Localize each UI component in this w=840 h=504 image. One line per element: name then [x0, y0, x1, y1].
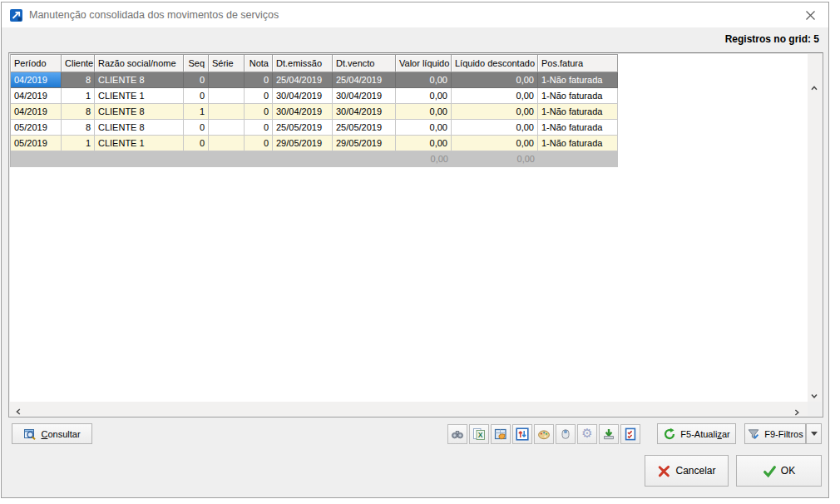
grid-cell[interactable]: CLIENTE 1: [95, 136, 184, 151]
grid-cell[interactable]: 25/04/2019: [333, 72, 396, 88]
binoculars-button[interactable]: [447, 424, 467, 444]
column-header[interactable]: Seq: [184, 54, 209, 72]
grid-cell[interactable]: 0: [184, 120, 209, 136]
grid-cell[interactable]: 0: [245, 88, 273, 104]
palette-button[interactable]: [534, 424, 554, 444]
grid-cell[interactable]: 0,00: [396, 72, 452, 88]
title-bar: Manutenção consolidada dos movimentos de…: [2, 2, 828, 27]
grid-cell[interactable]: 0,00: [452, 88, 538, 104]
grid-cell[interactable]: 25/04/2019: [273, 72, 333, 88]
column-header[interactable]: Cliente: [62, 54, 95, 72]
scroll-up-icon[interactable]: [810, 81, 818, 89]
refresh-icon: [663, 427, 676, 441]
vertical-scrollbar[interactable]: [808, 54, 822, 402]
scroll-right-icon[interactable]: [793, 405, 801, 413]
grid-cell[interactable]: 25/05/2019: [333, 120, 396, 136]
grid-cell[interactable]: 1-Não faturada: [538, 72, 618, 88]
grid-cell[interactable]: 05/2019: [11, 136, 62, 151]
grid-cell[interactable]: 29/05/2019: [273, 136, 333, 151]
horizontal-scrollbar[interactable]: [10, 402, 808, 416]
scroll-left-icon[interactable]: [14, 404, 22, 413]
grid-cell[interactable]: 8: [62, 120, 95, 136]
sort-arrows-button[interactable]: [512, 424, 532, 444]
grid-cell[interactable]: CLIENTE 8: [95, 72, 184, 88]
mouse-button[interactable]: [556, 424, 576, 444]
column-header[interactable]: Período: [11, 54, 62, 72]
grid-cell[interactable]: 8: [62, 72, 95, 88]
app-icon: [10, 9, 22, 22]
table-row[interactable]: 04/20198CLIENTE 81030/04/201930/04/20190…: [11, 104, 618, 120]
grid-cell[interactable]: 1-Não faturada: [538, 88, 618, 104]
f9-filtros-button[interactable]: F9-Filtros: [744, 423, 806, 444]
grid-cell[interactable]: 1: [184, 104, 209, 120]
table-row[interactable]: 05/20198CLIENTE 80025/05/201925/05/20190…: [11, 120, 618, 136]
settings-button[interactable]: ⚙: [577, 424, 597, 444]
grid-cell[interactable]: 29/05/2019: [333, 136, 396, 151]
grid-cell[interactable]: 0,00: [452, 72, 538, 88]
grid-cell[interactable]: CLIENTE 1: [95, 88, 184, 104]
grid-cell[interactable]: 05/2019: [11, 120, 62, 136]
grid-cell[interactable]: 0: [184, 88, 209, 104]
focused-cell[interactable]: 04/2019: [11, 72, 62, 88]
excel-export-button[interactable]: X: [469, 424, 489, 444]
close-icon: [805, 10, 816, 21]
grid-cell[interactable]: 30/04/2019: [333, 88, 396, 104]
summary-cell: [95, 151, 184, 167]
column-header[interactable]: Líquido descontado: [452, 54, 538, 72]
grid-cell[interactable]: 25/05/2019: [273, 120, 333, 136]
grid-cell[interactable]: CLIENTE 8: [95, 104, 184, 120]
table-row[interactable]: 04/20198CLIENTE 80025/04/201925/04/20190…: [11, 72, 618, 88]
consultar-button[interactable]: Consultar: [12, 423, 92, 444]
grid-cell[interactable]: 0,00: [396, 88, 452, 104]
grid-cell[interactable]: CLIENTE 8: [95, 120, 184, 136]
grid-cell[interactable]: 0: [184, 136, 209, 151]
grid-cell[interactable]: 0: [245, 104, 273, 120]
grid-cell[interactable]: 0,00: [396, 136, 452, 151]
grid-cell[interactable]: 0,00: [452, 136, 538, 151]
column-header[interactable]: Valor líquido: [396, 54, 452, 72]
grid-cell[interactable]: [209, 72, 245, 88]
ok-button[interactable]: OK: [736, 455, 822, 487]
grid-cell[interactable]: 1-Não faturada: [538, 136, 618, 151]
grid-cell[interactable]: 8: [62, 104, 95, 120]
grid-cell[interactable]: 0,00: [396, 104, 452, 120]
grid-cell[interactable]: 0,00: [452, 120, 538, 136]
table-row[interactable]: 04/20191CLIENTE 10030/04/201930/04/20190…: [11, 88, 618, 104]
column-header[interactable]: Dt.emissão: [273, 54, 333, 72]
grid-cell[interactable]: 30/04/2019: [333, 104, 396, 120]
column-header[interactable]: Nota: [245, 54, 273, 72]
grid-cell[interactable]: [209, 136, 245, 151]
column-header[interactable]: Dt.vencto: [333, 54, 396, 72]
grid-cell[interactable]: 0: [184, 72, 209, 88]
download-button[interactable]: [599, 424, 619, 444]
grid-cell[interactable]: 04/2019: [11, 88, 62, 104]
grid-cell[interactable]: 1: [62, 136, 95, 151]
grid-cell[interactable]: 0,00: [452, 104, 538, 120]
scroll-down-icon[interactable]: [810, 388, 818, 397]
grid-cell[interactable]: 1: [62, 88, 95, 104]
grid-cell[interactable]: 0,00: [396, 120, 452, 136]
table-row[interactable]: 05/20191CLIENTE 10029/05/201929/05/20190…: [11, 136, 618, 151]
grid-cell[interactable]: 1-Não faturada: [538, 104, 618, 120]
column-header[interactable]: Série: [209, 54, 245, 72]
grid-cell[interactable]: 1-Não faturada: [538, 120, 618, 136]
summary-cell: [11, 151, 62, 167]
column-header[interactable]: Razão social/nome: [95, 54, 184, 72]
grid-cell[interactable]: [209, 120, 245, 136]
grid-cell[interactable]: 0: [245, 136, 273, 151]
grid-cell[interactable]: 30/04/2019: [273, 104, 333, 120]
f5-atualizar-button[interactable]: F5-Atualizar: [657, 423, 736, 444]
checklist-button[interactable]: [620, 424, 640, 444]
column-header[interactable]: Pos.fatura: [538, 54, 618, 72]
grid-cell[interactable]: [209, 88, 245, 104]
summary-cell: [184, 151, 209, 167]
filters-dropdown-button[interactable]: [806, 423, 822, 444]
grid-cell[interactable]: 0: [245, 72, 273, 88]
grid-cell[interactable]: 0: [245, 120, 273, 136]
close-button[interactable]: [800, 7, 820, 24]
grid-cell[interactable]: [209, 104, 245, 120]
grid-cell[interactable]: 04/2019: [11, 104, 62, 120]
grid-cell[interactable]: 30/04/2019: [273, 88, 333, 104]
grid-hand-button[interactable]: [491, 424, 511, 444]
cancel-button[interactable]: Cancelar: [645, 455, 729, 487]
